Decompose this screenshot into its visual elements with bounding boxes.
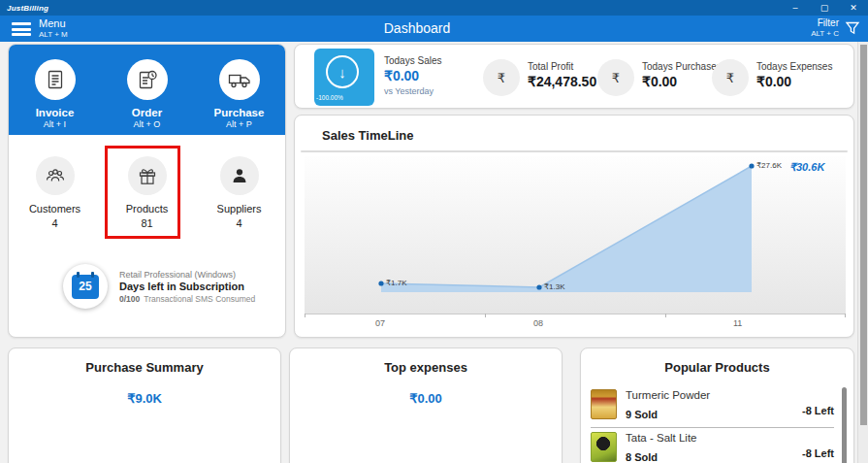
- subscription-title: Days left in Subscription: [119, 281, 255, 292]
- popular-products-list: Turmeric Powder 9 Sold -8 Left Tata - Sa…: [591, 385, 834, 463]
- page-title: Dashboard: [0, 20, 834, 36]
- todays-sales-label: Todays Sales: [384, 55, 441, 66]
- product-list-item[interactable]: Tata - Salt Lite 8 Sold -8 Left: [591, 428, 834, 463]
- sales-trend-tile: ↓ -100.00%: [314, 49, 374, 106]
- suppliers-tile[interactable]: Suppliers 4: [193, 156, 285, 229]
- todays-expenses-label: Todays Expenses: [756, 61, 832, 72]
- subscription-text: Retail Professional (Windows) Days left …: [119, 270, 255, 304]
- todays-purchases-text: Todays Purchases ₹0.00: [642, 61, 722, 89]
- tata-salt-image: [591, 432, 617, 462]
- purchase-summary-value: ₹9.0K: [9, 391, 280, 406]
- total-profit-text: Total Profit ₹24,478.50: [528, 61, 596, 89]
- invoice-shortcut: Alt + I: [9, 119, 101, 129]
- axis-tick: [845, 314, 846, 317]
- axis-tick: [665, 314, 666, 317]
- x-tick-label-08: 08: [533, 318, 543, 328]
- axis-tick: [485, 314, 486, 317]
- sms-label: Transactional SMS Consumed: [144, 294, 255, 304]
- purchase-summary-title: Purchase Summary: [9, 360, 280, 375]
- suppliers-count: 4: [193, 217, 285, 229]
- product-stats-row: 9 Sold -8 Left: [626, 405, 834, 422]
- x-axis: [305, 314, 846, 314]
- todays-purchases-value: ₹0.00: [642, 74, 722, 89]
- order-icon: [127, 59, 168, 100]
- product-sold: 9 Sold: [626, 409, 658, 420]
- total-profit-value: ₹24,478.50: [528, 74, 596, 89]
- invoice-label: Invoice: [9, 107, 101, 118]
- turmeric-powder-image: [591, 389, 617, 419]
- minimize-button[interactable]: –: [781, 0, 810, 16]
- calendar-icon: 25: [72, 275, 99, 299]
- filter-text: Filter ALT + C: [811, 17, 839, 38]
- filter-button[interactable]: Filter ALT + C: [811, 17, 860, 38]
- vertical-scrollbar-thumb[interactable]: [860, 45, 867, 425]
- purchase-shortcut: Alt + P: [193, 119, 285, 129]
- header-bar: Menu ALT + M Dashboard Filter ALT + C: [0, 16, 868, 42]
- rupee-icon: ₹: [712, 59, 749, 96]
- customers-label: Customers: [9, 203, 101, 215]
- sales-change-badge: -100.00%: [316, 94, 343, 101]
- divider: [301, 150, 848, 152]
- customers-group-icon: [36, 156, 75, 195]
- x-tick-label-07: 07: [375, 318, 385, 328]
- supplier-person-icon: [220, 156, 259, 195]
- todays-sales-text: Todays Sales ₹0.00 vs Yesterday: [384, 55, 441, 96]
- purchase-summary-card: Purchase Summary ₹9.0K: [8, 347, 281, 463]
- sms-usage: 0/100: [119, 294, 140, 304]
- order-button[interactable]: Order Alt + O: [101, 45, 193, 135]
- app-logo: JustBilling: [0, 4, 48, 13]
- subscription-plan: Retail Professional (Windows): [119, 270, 255, 280]
- total-profit-label: Total Profit: [528, 61, 596, 72]
- top-expenses-value: ₹0.00: [290, 391, 562, 406]
- maximize-button[interactable]: ▢: [810, 0, 839, 16]
- popular-products-title: Popular Products: [581, 360, 853, 375]
- area-chart-svg: [305, 156, 846, 314]
- products-highlight-annotation: [105, 146, 180, 239]
- justbilling-dashboard: { "window": { "app_title": "JustBilling"…: [0, 0, 868, 463]
- product-stats-row: 8 Sold -8 Left: [626, 447, 834, 463]
- filter-label: Filter: [811, 17, 839, 28]
- order-shortcut: Alt + O: [101, 119, 193, 129]
- rupee-glyph: ₹: [726, 71, 734, 85]
- suppliers-label: Suppliers: [193, 203, 285, 215]
- todays-expenses-value: ₹0.00: [756, 74, 832, 89]
- subscription-days-badge: 25: [63, 264, 108, 309]
- invoice-button[interactable]: Invoice Alt + I: [9, 45, 101, 135]
- down-arrow-glyph: ↓: [338, 64, 346, 81]
- todays-expenses-stat[interactable]: ₹: [712, 59, 749, 96]
- purchase-button[interactable]: Purchase Alt + P: [193, 45, 285, 135]
- vertical-scrollbar[interactable]: [857, 42, 868, 463]
- rupee-glyph: ₹: [612, 71, 620, 85]
- rupee-icon: ₹: [597, 59, 634, 96]
- days-left-value: 25: [79, 280, 91, 293]
- sales-timeline-card: Sales TimeLine ₹1.7K ₹1.3K ₹27.6K ₹30.6K…: [294, 115, 854, 338]
- axis-tick: [305, 314, 305, 317]
- top-expenses-title: Top expenses: [290, 360, 562, 375]
- sales-area-chart: ₹1.7K ₹1.3K ₹27.6K ₹30.6K: [305, 156, 846, 314]
- point-label-1: ₹1.7K: [386, 279, 407, 287]
- product-sold: 8 Sold: [626, 451, 658, 463]
- filter-shortcut: ALT + C: [811, 29, 839, 38]
- customers-tile[interactable]: Customers 4: [9, 156, 101, 229]
- todays-sales-value: ₹0.00: [384, 68, 441, 83]
- customers-count: 4: [9, 217, 101, 229]
- close-button[interactable]: ✕: [839, 0, 868, 16]
- product-name: Tata - Salt Lite: [626, 432, 834, 444]
- vs-yesterday-label: vs Yesterday: [384, 86, 441, 96]
- product-left: -8 Left: [802, 405, 834, 416]
- order-label: Order: [101, 107, 193, 118]
- rupee-glyph: ₹: [498, 71, 505, 85]
- chart-title: Sales TimeLine: [322, 128, 413, 143]
- todays-purchases-stat[interactable]: ₹: [597, 59, 634, 96]
- product-list-item[interactable]: Turmeric Powder 9 Sold -8 Left: [591, 385, 834, 428]
- down-arrow-icon: ↓: [326, 55, 359, 88]
- quick-actions-section: Invoice Alt + I Order Alt + O Purchase A…: [9, 45, 285, 135]
- todays-sales-stat[interactable]: ↓ -100.00%: [314, 49, 374, 106]
- rupee-icon: ₹: [483, 59, 520, 96]
- subscription-info: 25 Retail Professional (Windows) Days le…: [63, 264, 255, 309]
- point-label-2: ₹1.3K: [544, 282, 565, 291]
- products-list-scrollbar[interactable]: [842, 387, 847, 463]
- window-controls: – ▢ ✕: [781, 0, 868, 16]
- product-left: -8 Left: [802, 447, 834, 459]
- total-profit-stat[interactable]: ₹: [483, 59, 520, 96]
